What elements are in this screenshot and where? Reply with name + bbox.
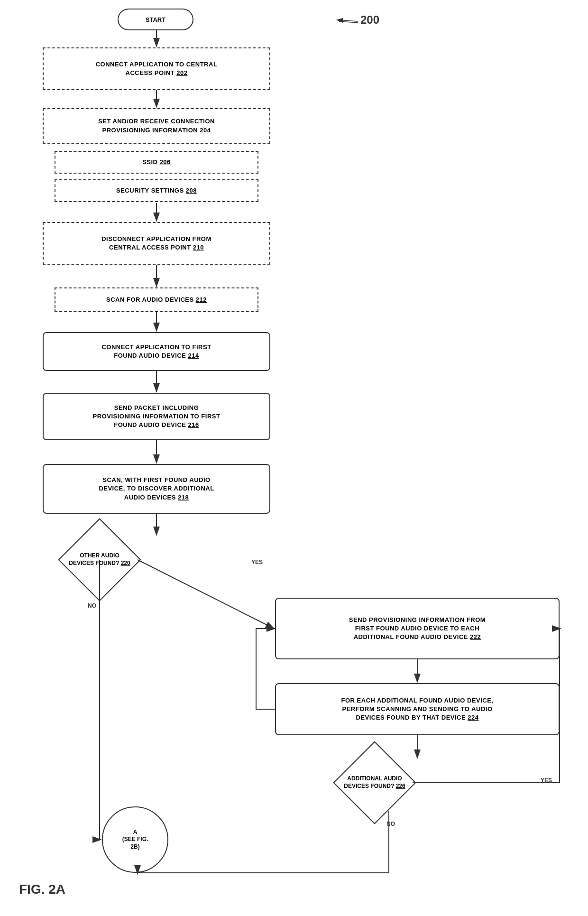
box-224: FOR EACH ADDITIONAL FOUND AUDIO DEVICE,P… <box>275 683 560 735</box>
yes-label-220: YES <box>251 559 263 565</box>
box-206: SSID 206 <box>55 151 258 174</box>
start-node: START <box>118 9 193 30</box>
box-216: SEND PACKET INCLUDINGPROVISIONING INFORM… <box>43 393 270 440</box>
diamond-226: ADDITIONAL AUDIODEVICES FOUND? 226 <box>337 759 413 806</box>
box-210: DISCONNECT APPLICATION FROMCENTRAL ACCES… <box>43 222 270 265</box>
svg-line-1 <box>337 20 358 21</box>
box-202: CONNECT APPLICATION TO CENTRALACCESS POI… <box>43 47 270 90</box>
box-222: SEND PROVISIONING INFORMATION FROMFIRST … <box>275 598 560 659</box>
flowchart-diagram: 200 START CONNECT APPLICATION TO CENTRAL… <box>0 0 588 916</box>
circle-a: A(SEE FIG.2B) <box>102 806 168 873</box>
svg-line-13 <box>339 21 358 23</box>
diamond-220: OTHER AUDIODEVICES FOUND? 220 <box>62 536 138 583</box>
svg-line-10 <box>138 560 274 629</box>
box-218: SCAN, WITH FIRST FOUND AUDIODEVICE, TO D… <box>43 464 270 514</box>
diagram-ref: 200 <box>360 13 379 27</box>
box-214: CONNECT APPLICATION TO FIRSTFOUND AUDIO … <box>43 332 270 371</box>
figure-label: FIG. 2A <box>19 882 65 897</box>
no-label-220: NO <box>88 602 96 609</box>
no-label-226: NO <box>386 821 395 827</box>
box-212: SCAN FOR AUDIO DEVICES 212 <box>55 287 258 312</box>
yes-label-226: YES <box>541 777 552 784</box>
box-204: SET AND/OR RECEIVE CONNECTIONPROVISIONIN… <box>43 108 270 144</box>
box-208: SECURITY SETTINGS 208 <box>55 179 258 202</box>
